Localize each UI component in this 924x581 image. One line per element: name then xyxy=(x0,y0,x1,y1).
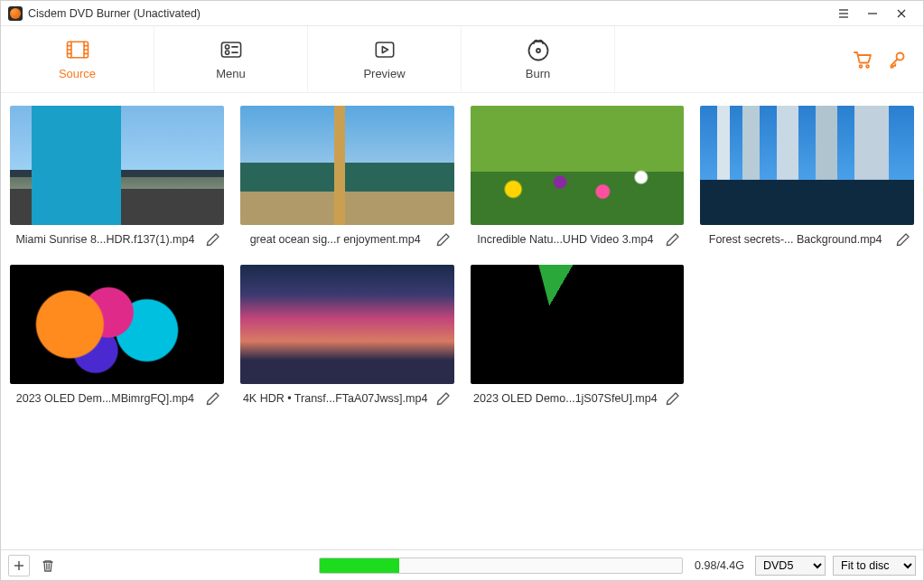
tab-source[interactable]: Source xyxy=(1,26,154,92)
svg-point-18 xyxy=(225,51,229,54)
app-icon xyxy=(8,6,23,21)
clip-thumbnail[interactable] xyxy=(471,265,685,384)
edit-clip-button[interactable] xyxy=(894,230,912,248)
edit-clip-button[interactable] xyxy=(664,230,682,248)
svg-point-16 xyxy=(225,45,229,49)
clip-filename: 2023 OLED Dem...MBimrgFQ].mp4 xyxy=(12,392,199,405)
clip-thumbnail[interactable] xyxy=(240,265,454,384)
capacity-label: 0.98/4.4G xyxy=(690,559,748,572)
close-button[interactable] xyxy=(887,3,916,24)
tab-label: Source xyxy=(59,67,96,80)
disc-type-select[interactable]: DVD5 xyxy=(755,556,826,576)
svg-point-24 xyxy=(860,65,863,68)
clip-grid-area: Miami Sunrise 8...HDR.f137(1).mp4 great … xyxy=(1,93,923,549)
clip-cell[interactable]: 2023 OLED Dem...MBimrgFQ].mp4 xyxy=(10,265,224,408)
tab-burn[interactable]: Burn xyxy=(462,26,615,92)
menu-template-icon xyxy=(218,38,245,61)
hamburger-menu-button[interactable] xyxy=(829,3,858,24)
clip-cell[interactable]: Forest secrets-... Background.mp4 xyxy=(700,106,914,248)
add-clip-button[interactable] xyxy=(8,555,30,576)
window-title: Cisdem DVD Burner (Unactivated) xyxy=(28,7,201,20)
clip-filename: great ocean sig...r enjoyment.mp4 xyxy=(242,233,429,246)
preview-icon xyxy=(371,38,398,61)
cart-button[interactable] xyxy=(853,50,873,70)
clip-filename: Miami Sunrise 8...HDR.f137(1).mp4 xyxy=(12,233,199,246)
clip-filename: Forest secrets-... Background.mp4 xyxy=(702,233,889,246)
main-tabs: Source Menu Preview Burn xyxy=(1,26,923,93)
clip-filename: 4K HDR • Transf...FTaA07Jwss].mp4 xyxy=(242,392,429,405)
tab-preview[interactable]: Preview xyxy=(308,26,462,92)
capacity-progress-fill xyxy=(320,558,399,573)
clip-filename: Incredible Natu...UHD Video 3.mp4 xyxy=(472,233,659,246)
capacity-progress xyxy=(319,558,683,574)
clip-cell[interactable]: Miami Sunrise 8...HDR.f137(1).mp4 xyxy=(10,106,224,248)
svg-point-25 xyxy=(866,65,869,68)
clip-thumbnail[interactable] xyxy=(10,265,224,384)
edit-clip-button[interactable] xyxy=(434,389,453,408)
edit-clip-button[interactable] xyxy=(664,389,682,408)
delete-clip-button[interactable] xyxy=(37,555,59,576)
key-button[interactable] xyxy=(887,50,907,70)
svg-point-23 xyxy=(537,49,540,52)
svg-rect-20 xyxy=(376,42,393,57)
burn-disc-icon xyxy=(525,38,552,61)
fit-mode-select[interactable]: Fit to disc xyxy=(833,556,916,576)
clip-thumbnail[interactable] xyxy=(240,106,454,225)
filmstrip-icon xyxy=(64,38,91,61)
tab-label: Burn xyxy=(526,67,550,80)
bottom-bar: 0.98/4.4G DVD5 Fit to disc xyxy=(1,549,923,580)
tab-label: Preview xyxy=(363,67,405,80)
titlebar: Cisdem DVD Burner (Unactivated) xyxy=(1,1,923,26)
clip-thumbnail[interactable] xyxy=(10,106,224,225)
tab-menu[interactable]: Menu xyxy=(154,26,308,92)
clip-cell[interactable]: 2023 OLED Demo...1jS07SfeU].mp4 xyxy=(471,265,685,408)
edit-clip-button[interactable] xyxy=(204,389,222,408)
clip-cell[interactable]: great ocean sig...r enjoyment.mp4 xyxy=(240,106,454,248)
svg-point-22 xyxy=(528,42,547,61)
minimize-button[interactable] xyxy=(858,3,887,24)
clip-thumbnail[interactable] xyxy=(700,106,914,225)
clip-filename: 2023 OLED Demo...1jS07SfeU].mp4 xyxy=(472,392,659,405)
edit-clip-button[interactable] xyxy=(434,230,453,248)
edit-clip-button[interactable] xyxy=(204,230,222,248)
clip-cell[interactable]: Incredible Natu...UHD Video 3.mp4 xyxy=(471,106,685,248)
clip-cell[interactable]: 4K HDR • Transf...FTaA07Jwss].mp4 xyxy=(240,265,454,408)
svg-rect-15 xyxy=(221,42,240,57)
clip-thumbnail[interactable] xyxy=(471,106,685,225)
svg-marker-21 xyxy=(382,46,387,52)
tab-label: Menu xyxy=(216,67,246,80)
